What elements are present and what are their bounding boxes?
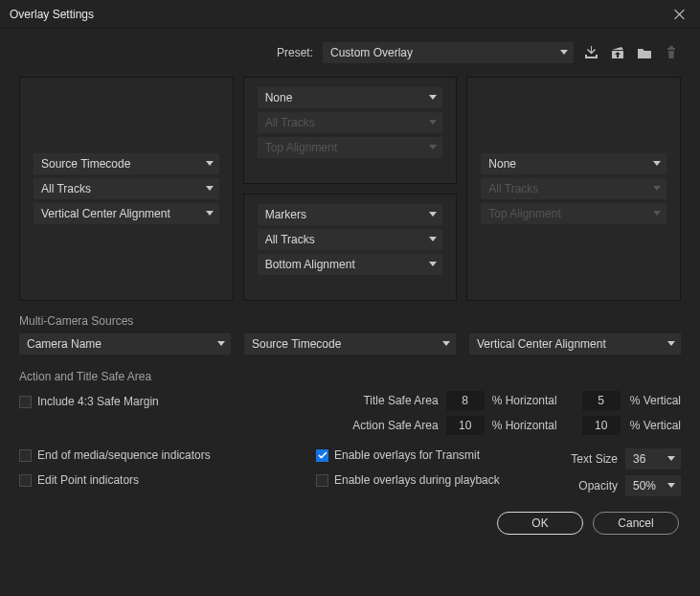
chevron-down-icon bbox=[206, 161, 214, 166]
end-media-label: End of media/sequence indicators bbox=[37, 448, 211, 462]
chevron-down-icon bbox=[653, 211, 661, 216]
bottom-options: End of media/sequence indicators Edit Po… bbox=[19, 448, 681, 496]
checkbox-box bbox=[316, 474, 328, 487]
vert-label-2: % Vertical bbox=[628, 419, 681, 432]
chevron-down-icon bbox=[429, 212, 437, 217]
export-preset-icon[interactable] bbox=[608, 44, 627, 61]
chevron-down-icon bbox=[442, 341, 450, 346]
close-icon[interactable] bbox=[673, 8, 687, 21]
top-align-dd: Top Alignment bbox=[258, 137, 443, 158]
right-source-dd[interactable]: None bbox=[481, 153, 666, 174]
preset-value: Custom Overlay bbox=[330, 46, 413, 59]
title-safe-v-input[interactable]: 5 bbox=[582, 391, 621, 410]
checkbox-box bbox=[19, 449, 32, 462]
overlay-panel-top: None All Tracks Top Alignment bbox=[243, 77, 458, 184]
enable-playback-checkbox[interactable]: Enable overlays during playback bbox=[316, 473, 546, 487]
mc-align-dd[interactable]: Vertical Center Alignment bbox=[469, 333, 681, 355]
horiz-label: % Horizontal bbox=[492, 394, 575, 407]
preset-label: Preset: bbox=[277, 46, 313, 59]
edit-point-label: Edit Point indicators bbox=[37, 473, 139, 487]
overlay-panel-bottom: Markers All Tracks Bottom Alignment bbox=[243, 194, 458, 301]
chevron-down-icon bbox=[206, 186, 214, 191]
mc-name-dd[interactable]: Camera Name bbox=[19, 333, 231, 355]
enable-transmit-label: Enable overlays for Transmit bbox=[334, 448, 480, 462]
window-title: Overlay Settings bbox=[10, 8, 673, 21]
chevron-down-icon bbox=[667, 483, 675, 488]
enable-playback-label: Enable overlays during playback bbox=[334, 473, 500, 487]
ok-button[interactable]: OK bbox=[497, 512, 583, 535]
checkbox-box bbox=[316, 449, 328, 462]
checkbox-box bbox=[19, 474, 32, 487]
safe-area-section: Action and Title Safe Area Include 4:3 S… bbox=[19, 370, 681, 435]
chevron-down-icon bbox=[667, 341, 675, 346]
bottom-tracks-dd[interactable]: All Tracks bbox=[258, 229, 443, 250]
top-source-dd[interactable]: None bbox=[258, 87, 443, 108]
edit-point-checkbox[interactable]: Edit Point indicators bbox=[19, 473, 306, 487]
right-align-dd: Top Alignment bbox=[481, 203, 666, 224]
preset-row: Preset: Custom Overlay bbox=[19, 42, 681, 63]
checkbox-box bbox=[19, 396, 32, 408]
action-safe-v-input[interactable]: 10 bbox=[582, 416, 621, 435]
action-safe-row: Action Safe Area 10 % Horizontal 10 % Ve… bbox=[333, 416, 681, 435]
top-tracks-dd: All Tracks bbox=[258, 112, 443, 133]
chevron-down-icon bbox=[217, 341, 225, 346]
action-safe-label: Action Safe Area bbox=[333, 419, 439, 432]
title-safe-label: Title Safe Area bbox=[333, 394, 439, 407]
overlay-grid: Source Timecode All Tracks Vertical Cent… bbox=[19, 77, 681, 301]
chevron-down-icon bbox=[429, 237, 437, 241]
chevron-down-icon bbox=[429, 95, 437, 100]
chevron-down-icon bbox=[429, 262, 437, 266]
mc-meta-dd[interactable]: Source Timecode bbox=[244, 333, 456, 355]
overlay-panel-left: Source Timecode All Tracks Vertical Cent… bbox=[19, 77, 234, 301]
include-43-checkbox[interactable]: Include 4:3 Safe Margin bbox=[19, 395, 159, 408]
chevron-down-icon bbox=[206, 211, 214, 216]
title-safe-h-input[interactable]: 8 bbox=[446, 391, 485, 410]
opacity-dd[interactable]: 50% bbox=[625, 475, 681, 496]
chevron-down-icon bbox=[653, 161, 661, 166]
horiz-label-2: % Horizontal bbox=[492, 419, 575, 432]
left-align-dd[interactable]: Vertical Center Alignment bbox=[34, 203, 219, 224]
preset-dropdown[interactable]: Custom Overlay bbox=[323, 42, 574, 63]
chevron-down-icon bbox=[429, 120, 437, 125]
text-size-label: Text Size bbox=[571, 452, 618, 466]
multi-camera-label: Multi-Camera Sources bbox=[19, 314, 681, 328]
title-bar: Overlay Settings bbox=[0, 0, 700, 29]
left-source-dd[interactable]: Source Timecode bbox=[34, 153, 219, 174]
chevron-down-icon bbox=[429, 145, 437, 149]
text-size-dd[interactable]: 36 bbox=[625, 448, 681, 470]
overlay-panel-right: None All Tracks Top Alignment bbox=[466, 77, 681, 301]
right-tracks-dd: All Tracks bbox=[481, 178, 666, 199]
bottom-align-dd[interactable]: Bottom Alignment bbox=[258, 254, 443, 275]
enable-transmit-checkbox[interactable]: Enable overlays for Transmit bbox=[316, 448, 546, 462]
new-preset-icon[interactable] bbox=[635, 44, 654, 61]
chevron-down-icon bbox=[560, 50, 568, 55]
include-43-label: Include 4:3 Safe Margin bbox=[37, 395, 159, 408]
cancel-button[interactable]: Cancel bbox=[593, 512, 679, 535]
action-safe-h-input[interactable]: 10 bbox=[446, 416, 485, 435]
vert-label: % Vertical bbox=[628, 394, 681, 407]
multi-camera-row: Camera Name Source Timecode Vertical Cen… bbox=[19, 333, 681, 355]
bottom-source-dd[interactable]: Markers bbox=[258, 204, 443, 225]
import-preset-icon[interactable] bbox=[581, 44, 600, 61]
left-tracks-dd[interactable]: All Tracks bbox=[34, 178, 219, 199]
opacity-label: Opacity bbox=[578, 479, 618, 493]
chevron-down-icon bbox=[653, 186, 661, 191]
text-size-row: Text Size 36 bbox=[571, 448, 681, 470]
opacity-row: Opacity 50% bbox=[578, 475, 681, 496]
chevron-down-icon bbox=[667, 456, 675, 461]
title-safe-row: Title Safe Area 8 % Horizontal 5 % Verti… bbox=[333, 391, 681, 410]
dialog-buttons: OK Cancel bbox=[19, 512, 681, 535]
safe-area-label: Action and Title Safe Area bbox=[19, 370, 681, 383]
end-media-checkbox[interactable]: End of media/sequence indicators bbox=[19, 448, 306, 462]
delete-preset-icon bbox=[662, 44, 681, 61]
